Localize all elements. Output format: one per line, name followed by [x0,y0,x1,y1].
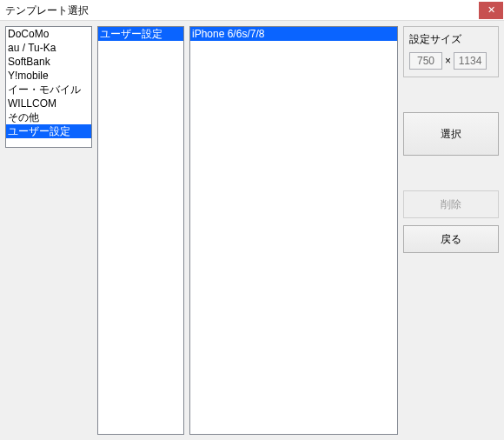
close-button[interactable]: ✕ [479,2,503,19]
size-row: × [409,52,493,70]
select-button-label: 選択 [441,127,461,142]
select-button[interactable]: 選択 [403,112,499,156]
list-item[interactable]: ユーザー設定 [98,27,183,41]
spacer [403,84,499,105]
list-item[interactable]: au / Tu-Ka [6,41,91,55]
delete-button-label: 削除 [441,197,461,212]
list-item[interactable]: WILLCOM [6,97,91,110]
size-group: 設定サイズ × [403,26,499,77]
list-item[interactable]: iPhone 6/6s/7/8 [190,27,397,41]
titlebar: テンプレート選択 ✕ [0,0,504,21]
list-item[interactable]: Y!mobile [6,69,91,83]
list-item[interactable]: SoftBank [6,55,91,69]
height-input[interactable] [454,52,487,70]
back-button-label: 戻る [441,232,461,247]
list-item[interactable]: ユーザー設定 [6,124,91,138]
size-group-title: 設定サイズ [409,32,493,47]
list-item[interactable]: イー・モバイル [6,83,91,97]
side-panel: 設定サイズ × 選択 削除 戻る [403,26,499,435]
size-separator: × [445,55,451,67]
width-input[interactable] [409,52,442,70]
back-button[interactable]: 戻る [403,225,499,253]
subcategories-listbox[interactable]: ユーザー設定 [97,26,184,435]
window-title: テンプレート選択 [5,0,89,21]
close-icon: ✕ [487,4,495,16]
spacer [403,163,499,183]
delete-button[interactable]: 削除 [403,190,499,218]
templates-listbox[interactable]: iPhone 6/6s/7/8 [189,26,398,435]
list-item[interactable]: その他 [6,110,91,124]
categories-listbox[interactable]: DoCoMoau / Tu-KaSoftBankY!mobileイー・モバイルW… [5,26,92,148]
content-area: DoCoMoau / Tu-KaSoftBankY!mobileイー・モバイルW… [0,21,504,440]
list-item[interactable]: DoCoMo [6,27,91,41]
